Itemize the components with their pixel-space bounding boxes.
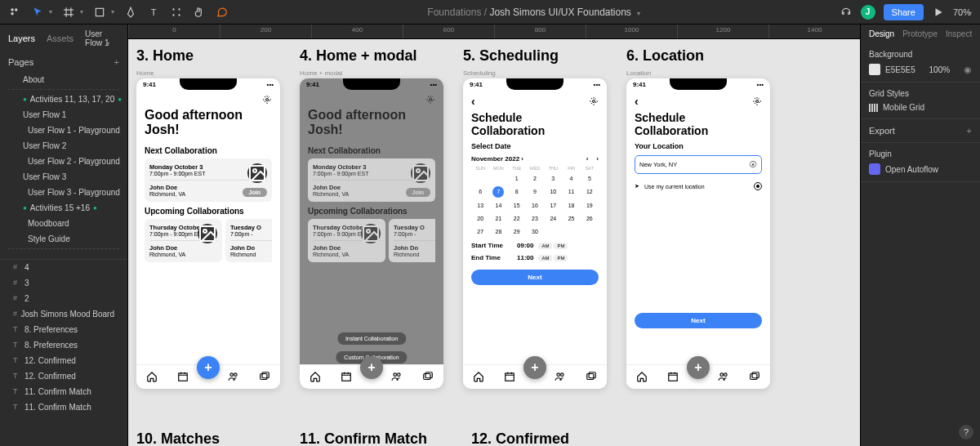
calendar-day[interactable]: 12 (581, 186, 599, 198)
tab-inspect[interactable]: Inspect (946, 29, 972, 38)
gear-icon[interactable] (262, 95, 272, 105)
month-label[interactable]: November 2022 › (471, 155, 523, 163)
calendar-day[interactable]: 2 (526, 173, 544, 184)
canvas[interactable]: 0200400600800100012001400 3. Home Home 9… (128, 25, 860, 446)
join-button[interactable]: Join (406, 188, 430, 197)
resources-icon[interactable] (170, 6, 183, 19)
tab-icon[interactable] (555, 371, 566, 384)
gear-icon[interactable] (425, 95, 435, 105)
artboard-label[interactable]: Home (136, 69, 280, 77)
tab-icon[interactable] (504, 371, 515, 384)
tab-icon[interactable] (259, 371, 270, 384)
zoom-level[interactable]: 70% ▾ (953, 7, 972, 17)
layer-item[interactable]: T12. Confirmed (0, 353, 127, 368)
collab-card[interactable]: Monday October 37:00pm - 9:00pm EST John… (308, 158, 435, 202)
layer-item[interactable]: T8. Preferences (0, 337, 127, 353)
calendar-day[interactable]: 24 (544, 213, 562, 224)
page-item[interactable]: User Flow 3 (0, 169, 127, 185)
calendar-day[interactable]: 16 (526, 200, 544, 211)
calendar-day[interactable]: 22 (508, 213, 526, 224)
calendar-day[interactable]: 5 (581, 173, 599, 184)
page-item[interactable]: Moodboard (0, 216, 127, 231)
calendar-day[interactable]: 23 (526, 213, 544, 224)
calendar-day[interactable]: 15 (508, 200, 526, 211)
calendar-day[interactable]: 10 (544, 186, 562, 198)
hand-tool-icon[interactable] (193, 6, 206, 19)
tab-icon[interactable] (718, 371, 729, 384)
calendar-day[interactable]: 17 (544, 200, 562, 211)
next-button[interactable]: Next (635, 313, 762, 328)
page-item[interactable]: User Flow 1 (0, 107, 127, 123)
calendar-day[interactable]: 8 (508, 186, 526, 198)
fab-button[interactable]: + (197, 356, 220, 379)
artboard-frame[interactable]: 9:41••• Good afternoon Josh! Next Collab… (136, 78, 280, 389)
pen-tool-icon[interactable] (124, 6, 137, 19)
tab-icon[interactable] (636, 371, 648, 384)
gear-icon[interactable] (752, 96, 762, 106)
artboard-frame[interactable]: 9:41••• ‹ Schedule Collaboration Select … (463, 78, 607, 389)
page-item[interactable]: Style Guide (0, 231, 127, 247)
collab-card[interactable]: Thursday October 137:00pm - 9:00pm EST J… (145, 219, 222, 262)
layer-item[interactable]: T11. Confirm Match (0, 384, 127, 399)
collab-card[interactable]: Monday October 37:00pm - 9:00pm EST John… (145, 158, 272, 202)
page-item[interactable]: User Flow 2 (0, 138, 127, 154)
radio-icon[interactable] (754, 182, 762, 190)
tab-design[interactable]: Design (869, 29, 894, 38)
end-time[interactable]: 11:00 (517, 254, 533, 261)
page-item[interactable]: User Flow 3 - Playground (0, 185, 127, 200)
calendar-day[interactable]: 21 (489, 213, 507, 224)
comment-tool-icon[interactable] (216, 6, 229, 19)
join-button[interactable]: Join (243, 188, 267, 197)
calendar-day[interactable]: 7 (492, 186, 504, 198)
page-item[interactable]: User Flow 2 - Playground (0, 154, 127, 169)
tab-icon[interactable] (310, 371, 321, 384)
calendar-day[interactable]: 14 (489, 200, 507, 211)
tab-icon[interactable] (177, 371, 189, 384)
fab-button[interactable]: + (687, 356, 710, 379)
pm-toggle[interactable]: PM (554, 243, 568, 249)
calendar-day[interactable]: 11 (562, 186, 580, 198)
calendar-day[interactable]: 19 (581, 200, 599, 211)
calendar-day[interactable]: 28 (489, 226, 507, 237)
share-button[interactable]: Share (884, 4, 924, 20)
gear-icon[interactable] (589, 96, 599, 106)
fab-button[interactable]: + (523, 356, 546, 379)
back-icon[interactable]: ‹ (635, 95, 639, 108)
grid-name[interactable]: Mobile Grid (883, 103, 924, 112)
move-tool-icon[interactable] (31, 6, 44, 19)
instant-collab-button[interactable]: Instant Collaboration (336, 332, 407, 346)
bg-hex[interactable]: E5E5E5 (885, 65, 915, 74)
next-month-icon[interactable]: › (596, 155, 599, 163)
tab-icon[interactable] (667, 371, 679, 384)
layer-item[interactable]: T12. Confirmed (0, 368, 127, 384)
page-item[interactable]: ●Activities 15 +16● (0, 200, 127, 216)
calendar-day[interactable]: 18 (562, 200, 580, 211)
present-icon[interactable] (932, 6, 945, 19)
calendar-day[interactable]: 25 (562, 213, 580, 224)
layer-item[interactable]: #2 (0, 291, 127, 306)
calendar-day[interactable]: 1 (508, 173, 526, 184)
tab-assets[interactable]: Assets (47, 33, 74, 43)
tab-icon[interactable] (146, 371, 158, 384)
bg-swatch[interactable] (869, 64, 880, 75)
calendar-day[interactable]: 29 (508, 226, 526, 237)
tab-icon[interactable] (749, 371, 760, 384)
calendar-day[interactable]: 27 (471, 226, 489, 237)
use-current-location[interactable]: ➤Use my current location (635, 182, 762, 190)
layer-item[interactable]: T8. Preferences (0, 322, 127, 337)
layer-item[interactable]: T11. Confirm Match (0, 399, 127, 415)
back-icon[interactable]: ‹ (471, 95, 475, 108)
figma-menu-icon[interactable] (8, 6, 21, 19)
layer-item[interactable]: #4 (0, 260, 127, 275)
fab-button[interactable]: + (360, 356, 383, 379)
page-item[interactable]: About (0, 72, 127, 87)
add-export-button[interactable]: + (967, 126, 972, 136)
tab-prototype[interactable]: Prototype (902, 29, 938, 38)
pm-toggle[interactable]: PM (554, 255, 568, 261)
artboard-frame[interactable]: 9:41••• Good afternoon Josh! Next Collab… (300, 78, 443, 389)
collab-card[interactable]: Thursday October 137:00pm - 9:00pm EST J… (308, 219, 385, 262)
next-button[interactable]: Next (471, 270, 599, 285)
tab-icon[interactable] (473, 371, 484, 384)
tab-layers[interactable]: Layers (8, 33, 35, 43)
tab-icon[interactable] (228, 371, 239, 384)
